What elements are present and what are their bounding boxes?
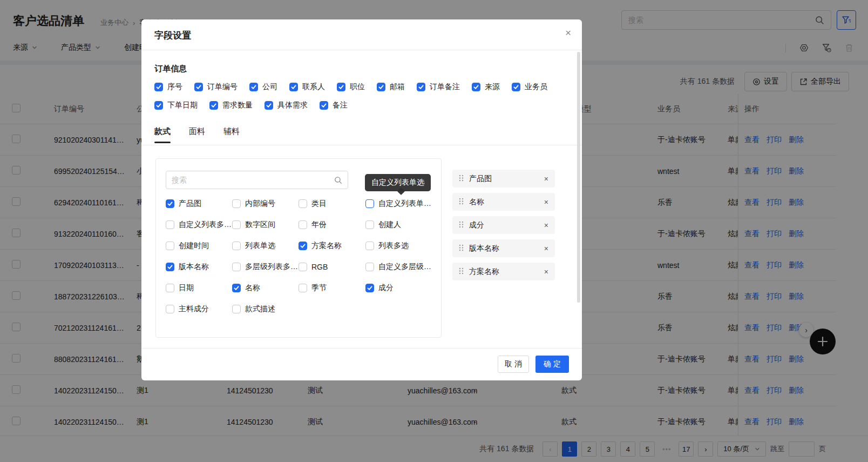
style-field-21[interactable]: 主料成分 [166, 304, 232, 314]
order-info-section-title: 订单信息 [154, 64, 187, 74]
style-field-10-checkbox[interactable] [232, 242, 241, 250]
style-field-17[interactable]: 日期 [166, 283, 232, 293]
style-field-13[interactable]: 版本名称 [166, 262, 232, 272]
style-field-1[interactable]: 产品图 [166, 199, 232, 209]
style-field-9-checkbox[interactable] [166, 242, 174, 250]
style-field-22-checkbox[interactable] [232, 305, 241, 313]
order-field-13-checkbox[interactable] [320, 101, 328, 110]
style-field-18[interactable]: 名称 [232, 283, 299, 293]
drag-handle-icon[interactable] [459, 175, 464, 183]
style-field-15[interactable]: RGB [299, 262, 365, 272]
order-field-11[interactable]: 需求数量 [209, 101, 253, 110]
style-field-6-checkbox[interactable] [232, 220, 241, 229]
style-field-6-label: 数字区间 [245, 220, 275, 230]
style-field-7[interactable]: 年份 [299, 220, 365, 230]
order-field-2[interactable]: 订单编号 [194, 82, 238, 92]
order-field-4[interactable]: 联系人 [289, 82, 325, 92]
remove-icon[interactable]: × [544, 221, 548, 230]
style-field-6[interactable]: 数字区间 [232, 220, 299, 230]
order-field-6[interactable]: 邮箱 [377, 82, 405, 92]
order-field-9-checkbox[interactable] [512, 83, 520, 91]
confirm-button[interactable]: 确 定 [535, 356, 569, 373]
cancel-button[interactable]: 取 消 [498, 356, 529, 373]
style-field-2[interactable]: 内部编号 [232, 199, 299, 209]
style-field-2-checkbox[interactable] [232, 199, 241, 208]
order-field-10-checkbox[interactable] [154, 101, 163, 110]
remove-icon[interactable]: × [544, 267, 548, 276]
order-field-11-checkbox[interactable] [209, 101, 218, 110]
tab-辅料[interactable]: 辅料 [223, 126, 240, 143]
order-field-10-label: 下单日期 [167, 101, 198, 110]
order-fields-row-2: 下单日期需求数量具体需求备注 [154, 101, 348, 110]
style-field-4[interactable]: 自定义列表单… [365, 199, 446, 209]
drag-handle-icon[interactable] [459, 221, 464, 229]
style-field-5[interactable]: 自定义列表多… [166, 220, 232, 230]
tabs-divider [141, 145, 582, 145]
style-field-11-checkbox[interactable] [299, 242, 307, 250]
field-search[interactable] [166, 171, 348, 189]
style-field-20-checkbox[interactable] [365, 284, 374, 292]
order-field-2-checkbox[interactable] [194, 83, 203, 91]
order-field-1-checkbox[interactable] [154, 83, 163, 91]
remove-icon[interactable]: × [544, 175, 548, 183]
field-search-input[interactable] [172, 176, 334, 184]
order-field-12-checkbox[interactable] [265, 101, 273, 110]
drag-handle-icon[interactable] [459, 267, 464, 276]
order-field-1[interactable]: 序号 [154, 82, 182, 92]
modal-scrollbar[interactable] [577, 52, 580, 303]
modal-tabs: 款式面料辅料 [154, 126, 240, 143]
style-field-16-checkbox[interactable] [365, 263, 374, 271]
style-field-12-checkbox[interactable] [365, 242, 374, 250]
style-field-5-checkbox[interactable] [166, 220, 174, 229]
style-field-15-label: RGB [311, 263, 328, 271]
order-field-12[interactable]: 具体需求 [265, 101, 308, 110]
order-field-4-checkbox[interactable] [289, 83, 298, 91]
style-field-8-checkbox[interactable] [365, 220, 374, 229]
order-field-7[interactable]: 订单备注 [417, 82, 460, 92]
drag-handle-icon[interactable] [459, 244, 464, 252]
order-field-5[interactable]: 职位 [337, 82, 365, 92]
style-field-3-checkbox[interactable] [299, 199, 307, 208]
order-field-8-checkbox[interactable] [472, 83, 480, 91]
style-field-12[interactable]: 列表多选 [365, 241, 446, 251]
remove-icon[interactable]: × [544, 244, 548, 253]
style-field-17-checkbox[interactable] [166, 284, 174, 292]
order-field-3-checkbox[interactable] [249, 83, 258, 91]
order-field-8[interactable]: 来源 [472, 82, 500, 92]
tab-面料[interactable]: 面料 [189, 126, 205, 143]
style-field-9[interactable]: 创建时间 [166, 241, 232, 251]
style-field-10[interactable]: 列表单选 [232, 241, 299, 251]
close-icon[interactable]: × [565, 28, 571, 38]
style-field-11[interactable]: 方案名称 [299, 241, 365, 251]
style-field-18-checkbox[interactable] [232, 284, 241, 292]
order-field-6-checkbox[interactable] [377, 83, 385, 91]
style-field-13-checkbox[interactable] [166, 263, 174, 271]
style-field-11-label: 方案名称 [311, 241, 342, 251]
order-field-13[interactable]: 备注 [320, 101, 348, 110]
style-field-14[interactable]: 多层级列表多… [232, 262, 299, 272]
style-field-8[interactable]: 创建人 [365, 220, 446, 230]
order-field-3[interactable]: 公司 [249, 82, 277, 92]
style-field-21-checkbox[interactable] [166, 305, 174, 313]
style-field-7-checkbox[interactable] [299, 220, 307, 229]
order-field-2-label: 订单编号 [207, 82, 238, 92]
style-field-14-checkbox[interactable] [232, 263, 241, 271]
style-field-1-checkbox[interactable] [166, 199, 174, 208]
tooltip: 自定义列表单选 [365, 174, 431, 191]
tab-款式[interactable]: 款式 [154, 126, 171, 143]
style-field-19[interactable]: 季节 [299, 283, 365, 293]
style-field-15-checkbox[interactable] [299, 263, 307, 271]
style-field-19-checkbox[interactable] [299, 284, 307, 292]
style-field-16[interactable]: 自定义多层级… [365, 262, 446, 272]
style-field-3[interactable]: 类目 [299, 199, 365, 209]
order-field-10[interactable]: 下单日期 [154, 101, 198, 110]
drag-handle-icon[interactable] [459, 198, 464, 206]
order-field-9[interactable]: 业务员 [512, 82, 547, 92]
order-field-7-checkbox[interactable] [417, 83, 425, 91]
remove-icon[interactable]: × [544, 198, 548, 206]
style-field-22[interactable]: 款式描述 [232, 304, 299, 314]
order-field-5-checkbox[interactable] [337, 83, 345, 91]
style-field-20[interactable]: 成分 [365, 283, 446, 293]
style-field-4-checkbox[interactable] [365, 199, 374, 208]
selected-field-pill: 方案名称× [452, 263, 555, 280]
